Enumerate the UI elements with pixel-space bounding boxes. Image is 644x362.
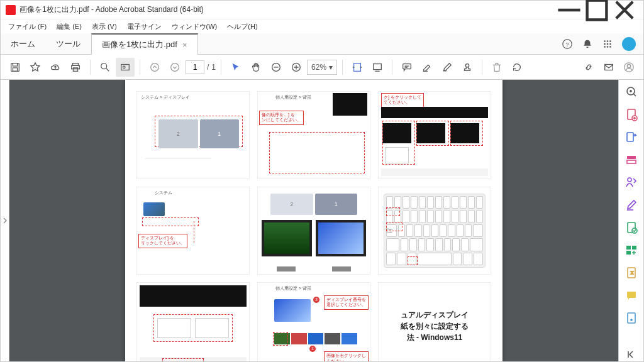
svg-rect-15 bbox=[72, 65, 80, 69]
svg-point-11 bbox=[609, 46, 611, 48]
menu-view[interactable]: 表示 (V) bbox=[87, 21, 122, 33]
minimize-button[interactable] bbox=[555, 1, 583, 19]
collapse-panel-icon[interactable] bbox=[625, 348, 638, 361]
export-pdf-icon[interactable] bbox=[625, 130, 638, 144]
close-button[interactable] bbox=[611, 1, 638, 19]
cloud-icon[interactable] bbox=[46, 58, 65, 77]
svg-rect-42 bbox=[626, 251, 631, 255]
highlight-icon[interactable] bbox=[418, 58, 436, 77]
svg-rect-24 bbox=[354, 63, 361, 71]
svg-point-21 bbox=[171, 63, 179, 71]
avatar[interactable] bbox=[622, 37, 636, 51]
svg-point-27 bbox=[465, 63, 469, 67]
svg-point-3 bbox=[604, 40, 606, 42]
tab-document[interactable]: 画像を1枚に出力.pdf × bbox=[91, 33, 198, 55]
marquee-zoom-icon[interactable] bbox=[116, 58, 135, 77]
rotate-icon[interactable] bbox=[508, 58, 526, 77]
tools-panel bbox=[618, 80, 643, 361]
zoom-in-icon[interactable] bbox=[287, 58, 306, 77]
search-page-icon[interactable] bbox=[625, 85, 638, 99]
tab-tools[interactable]: ツール bbox=[46, 33, 91, 54]
link-icon[interactable] bbox=[579, 58, 598, 77]
menu-file[interactable]: ファイル (F) bbox=[3, 21, 52, 33]
create-pdf-icon[interactable] bbox=[625, 107, 638, 121]
svg-rect-41 bbox=[632, 246, 636, 250]
svg-point-30 bbox=[627, 64, 630, 67]
maximize-button[interactable] bbox=[583, 1, 611, 19]
close-tab-icon[interactable]: × bbox=[182, 40, 187, 50]
svg-rect-16 bbox=[73, 67, 77, 70]
page-down-icon[interactable] bbox=[165, 58, 184, 77]
left-gutter[interactable] bbox=[1, 80, 9, 361]
page-indicator: / 1 bbox=[186, 60, 216, 74]
menu-help[interactable]: ヘルプ(H) bbox=[222, 21, 262, 33]
star-icon[interactable] bbox=[26, 58, 45, 77]
zoom-find-icon[interactable] bbox=[96, 58, 114, 77]
apps-icon[interactable] bbox=[602, 38, 613, 50]
comment-icon[interactable] bbox=[397, 58, 416, 77]
svg-point-17 bbox=[101, 63, 107, 69]
document-viewer[interactable]: システム > ディスプレイ 2 1 個人用設定 > 背景 像の順序を…] を ン… bbox=[9, 80, 618, 361]
page-total: 1 bbox=[211, 63, 216, 72]
svg-rect-12 bbox=[11, 63, 19, 71]
print-icon[interactable] bbox=[66, 58, 85, 77]
svg-point-20 bbox=[151, 63, 159, 71]
app-icon bbox=[6, 5, 16, 15]
thumbnail-5: 2 1 bbox=[257, 187, 370, 275]
window-title: 画像を1枚に出力.pdf - Adobe Acrobat Standard (6… bbox=[19, 4, 555, 15]
protect-icon[interactable] bbox=[625, 221, 638, 234]
svg-rect-36 bbox=[627, 160, 636, 163]
menu-bar: ファイル (F) 編集 (E) 表示 (V) 電子サイン ウィンドウ(W) ヘル… bbox=[1, 19, 643, 33]
svg-rect-40 bbox=[626, 246, 631, 250]
sticky-note-icon[interactable] bbox=[625, 288, 638, 302]
svg-rect-35 bbox=[627, 156, 636, 159]
svg-point-7 bbox=[607, 43, 609, 45]
page-current-input[interactable] bbox=[186, 60, 204, 74]
main-toolbar: / 1 62% ▾ bbox=[1, 55, 643, 80]
svg-rect-0 bbox=[587, 0, 607, 19]
thumbnail-1: システム > ディスプレイ 2 1 bbox=[136, 91, 250, 179]
email-icon[interactable] bbox=[599, 58, 618, 77]
zoom-out-icon[interactable] bbox=[267, 58, 286, 77]
fit-width-icon[interactable] bbox=[348, 58, 367, 77]
sign-icon[interactable] bbox=[438, 58, 457, 77]
menu-sign[interactable]: 電子サイン bbox=[122, 21, 167, 33]
fill-sign-icon[interactable] bbox=[625, 198, 638, 212]
menu-window[interactable]: ウィンドウ(W) bbox=[167, 21, 223, 33]
zoom-dropdown[interactable]: 62% ▾ bbox=[307, 60, 337, 75]
svg-point-19 bbox=[123, 66, 125, 69]
menu-edit[interactable]: 編集 (E) bbox=[52, 21, 87, 33]
account-icon[interactable] bbox=[619, 58, 638, 77]
compress-icon[interactable] bbox=[625, 266, 638, 280]
svg-point-8 bbox=[609, 43, 611, 45]
tab-home[interactable]: ホーム bbox=[1, 33, 46, 54]
more-tools-icon[interactable] bbox=[625, 311, 638, 325]
select-tool-icon[interactable] bbox=[226, 58, 245, 77]
svg-point-9 bbox=[604, 46, 606, 48]
svg-rect-34 bbox=[627, 133, 633, 141]
read-mode-icon[interactable] bbox=[368, 58, 387, 77]
svg-rect-28 bbox=[605, 64, 613, 70]
request-sign-icon[interactable] bbox=[625, 175, 638, 189]
thumbnail-7 bbox=[136, 282, 250, 361]
svg-rect-25 bbox=[374, 63, 382, 69]
thumbnail-9: ュアルディスプレイ 紙を別々に設定する 法 - Windows11 bbox=[378, 282, 491, 361]
edit-pdf-icon[interactable] bbox=[625, 153, 638, 167]
save-icon[interactable] bbox=[6, 58, 25, 77]
delete-icon[interactable] bbox=[487, 58, 506, 77]
thumbnail-2: 個人用設定 > 背景 像の順序を…] を ンにしてください。 bbox=[257, 91, 370, 179]
svg-text:?: ? bbox=[565, 41, 569, 47]
page-up-icon[interactable] bbox=[145, 58, 164, 77]
svg-point-37 bbox=[628, 178, 631, 182]
svg-rect-44 bbox=[627, 292, 636, 298]
organize-icon[interactable] bbox=[625, 243, 638, 257]
thumbnail-8: 個人用設定 > 背景 ② ディスプレイ番号を 選択してください。 ① 画像を右ク… bbox=[257, 282, 370, 361]
stamp-icon[interactable] bbox=[458, 58, 477, 77]
svg-point-5 bbox=[609, 40, 611, 42]
hand-tool-icon[interactable] bbox=[247, 58, 265, 77]
svg-point-6 bbox=[604, 43, 606, 45]
bell-icon[interactable] bbox=[582, 38, 593, 50]
help-icon[interactable]: ? bbox=[562, 38, 573, 50]
thumbnail-6: Caps Lock bbox=[378, 187, 491, 275]
svg-rect-45 bbox=[628, 313, 635, 323]
